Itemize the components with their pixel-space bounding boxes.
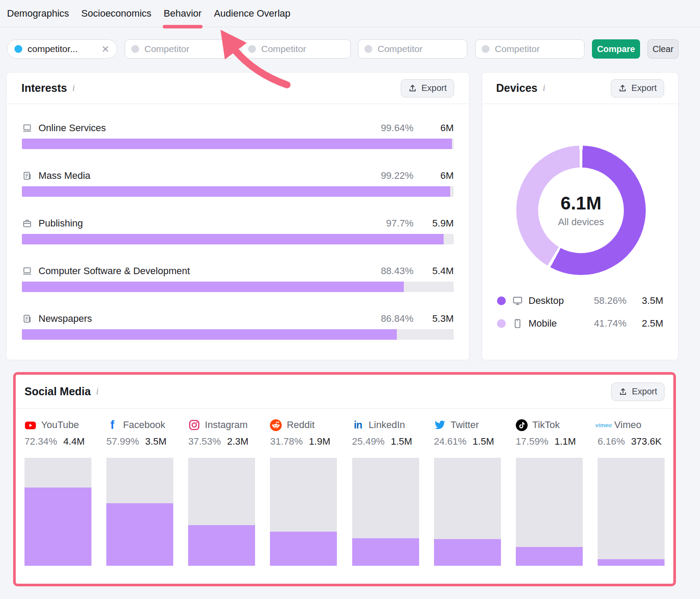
interest-row: Online Services 99.64% 6M <box>22 122 454 149</box>
platform-percent: 37.53% <box>188 436 221 447</box>
all-devices-label: All devices <box>558 216 604 228</box>
competitor-placeholder: Competitor <box>261 44 306 54</box>
legend-row-mobile: Mobile 41.74% 2.5M <box>497 315 663 332</box>
platform-column-youtube: YouTube 72.34% 4.4M <box>24 418 91 566</box>
info-icon[interactable]: i <box>72 83 75 94</box>
export-icon <box>619 387 627 396</box>
desktop-legend-dot <box>497 296 506 305</box>
compare-button[interactable]: Compare <box>592 39 640 59</box>
clear-button[interactable]: Clear <box>648 39 679 59</box>
mobile-legend-dot <box>497 319 506 328</box>
social-platforms-chart: YouTube 72.34% 4.4M f Facebook 57.99% 3.… <box>16 409 673 566</box>
tab-behavior[interactable]: Behavior <box>164 0 202 27</box>
platform-percent: 25.49% <box>352 436 385 447</box>
interest-bar-fill <box>22 329 397 340</box>
competitor-input-4[interactable]: Competitor <box>475 39 584 59</box>
interest-bar-track <box>22 234 454 244</box>
platform-bar-track <box>24 458 91 566</box>
info-icon[interactable]: i <box>96 386 98 397</box>
platform-percent: 6.16% <box>598 436 625 447</box>
platform-name: Facebook <box>123 419 165 431</box>
devices-legend: Desktop 58.26% 3.5M Mobile 41.74% 2.5M <box>497 287 663 332</box>
interest-percent: 97.7% <box>386 218 413 229</box>
interests-export-button[interactable]: Export <box>401 79 454 98</box>
selected-competitor-pill[interactable]: competitor... <box>7 39 117 59</box>
competitor-input-3[interactable]: Competitor <box>358 39 467 59</box>
interest-value: 5.9M <box>423 218 454 229</box>
legend-label: Mobile <box>528 318 557 329</box>
empty-dot-icon <box>482 45 490 53</box>
legend-value: 3.5M <box>635 295 663 306</box>
platform-column-linkedin: in LinkedIn 25.49% 1.5M <box>352 418 419 566</box>
interest-bar-fill <box>22 139 452 149</box>
platform-value: 1.9M <box>309 436 330 447</box>
platform-name: Vimeo <box>614 419 641 431</box>
youtube-icon <box>24 419 36 431</box>
competitor-placeholder: Competitor <box>378 44 423 54</box>
interests-header: Interests i Export <box>7 73 469 104</box>
platform-value: 373.6K <box>631 436 662 447</box>
interest-row: Mass Media 99.22% 6M <box>22 169 454 197</box>
platform-bar-track <box>434 458 501 566</box>
interests-list: Online Services 99.64% 6M Mass Media 99.… <box>7 122 469 340</box>
social-media-header: Social Media i Export <box>16 375 673 409</box>
laptop-icon <box>22 123 32 133</box>
interest-percent: 88.43% <box>381 265 413 277</box>
platform-bar-track <box>270 458 337 566</box>
platform-value: 4.4M <box>63 436 85 447</box>
tab-socioeconomics[interactable]: Socioeconomics <box>81 0 151 27</box>
platform-value: 3.5M <box>145 436 167 447</box>
remove-competitor-icon[interactable] <box>101 45 110 53</box>
interest-row: Newspapers 86.84% 5.3M <box>22 312 454 340</box>
interest-value: 5.4M <box>423 265 454 277</box>
selected-competitor-label: competitor... <box>28 44 77 54</box>
tiktok-icon <box>516 419 528 431</box>
empty-dot-icon <box>131 45 139 53</box>
reddit-icon <box>270 419 282 431</box>
export-icon <box>618 84 627 93</box>
platform-percent: 72.34% <box>24 436 57 447</box>
devices-donut-chart: 6.1M All devices <box>516 146 646 275</box>
competitor-color-dot <box>14 45 22 53</box>
platform-bar-track <box>516 458 583 566</box>
interest-value: 6M <box>423 122 454 134</box>
interest-bar-track <box>22 282 454 292</box>
platform-bar-track <box>598 458 665 566</box>
donut-center: 6.1M All devices <box>538 167 624 253</box>
export-icon <box>408 84 417 93</box>
platform-percent: 24.61% <box>434 436 467 447</box>
interest-value: 5.3M <box>423 313 454 324</box>
platform-name: YouTube <box>41 419 79 431</box>
platform-bar-fill <box>516 547 583 566</box>
laptop-icon <box>22 266 32 276</box>
platform-value: 1.5M <box>472 436 494 447</box>
briefcase-icon <box>22 218 32 229</box>
platform-bar-track <box>188 458 255 566</box>
platform-column-reddit: Reddit 31.78% 1.9M <box>270 418 337 566</box>
newspaper-icon <box>22 171 32 181</box>
competitor-placeholder: Competitor <box>495 44 540 54</box>
interest-row: Computer Software & Development 88.43% 5… <box>22 265 454 292</box>
platform-bar-fill <box>24 488 91 566</box>
interest-percent: 99.64% <box>381 122 413 134</box>
interest-row: Publishing 97.7% 5.9M <box>22 217 454 244</box>
interest-bar-fill <box>22 282 404 292</box>
empty-dot-icon <box>364 45 372 53</box>
interest-label: Computer Software & Development <box>38 265 190 277</box>
devices-export-button[interactable]: Export <box>611 79 664 98</box>
competitor-input-2[interactable]: Competitor <box>242 39 351 59</box>
tab-audience-overlap[interactable]: Audience Overlap <box>214 0 290 27</box>
interest-percent: 99.22% <box>381 170 413 181</box>
legend-percent: 41.74% <box>594 318 626 329</box>
platform-bar-fill <box>106 503 173 566</box>
empty-dot-icon <box>248 45 256 53</box>
tab-demographics[interactable]: Demographics <box>7 0 69 27</box>
competitor-input-1[interactable]: Competitor <box>125 39 234 59</box>
interest-label: Mass Media <box>38 170 91 181</box>
legend-percent: 58.26% <box>594 295 626 306</box>
top-tab-bar: Demographics Socioeconomics Behavior Aud… <box>0 0 700 27</box>
social-export-button[interactable]: Export <box>611 383 665 401</box>
info-icon[interactable]: i <box>543 83 546 94</box>
facebook-icon: f <box>106 419 118 431</box>
platform-column-instagram: Instagram 37.53% 2.3M <box>188 418 255 566</box>
